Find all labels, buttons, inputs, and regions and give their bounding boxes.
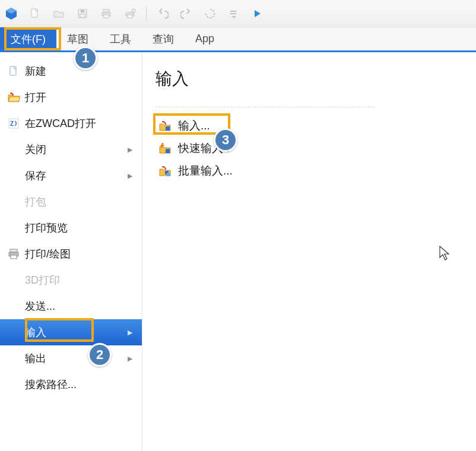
badge-number: 1 [82,50,89,66]
sidebar-item-label: 3D打印 [25,273,60,287]
menu-sketch-label: 草图 [67,32,88,46]
chevron-right-icon: ▶ [128,355,132,363]
menu-app[interactable]: App [185,27,225,50]
sidebar-item-label: 搜索路径... [25,377,77,392]
new-file-icon [7,65,20,78]
svg-rect-13 [230,13,236,14]
mouse-cursor-icon [439,246,451,261]
submenu-panel: 输入 输入... 快速输入.. 批量输入... 3 [142,52,476,451]
sidebar-item-print-preview[interactable]: 打印预览 [0,215,142,241]
sidebar-item-search-path[interactable]: 搜索路径... [0,371,142,398]
redo-icon[interactable] [179,6,194,21]
sidebar-item-label: 打印预览 [25,221,68,235]
print-icon[interactable] [99,6,114,21]
print-setup-icon[interactable] [122,6,138,21]
annotation-badge: 3 [214,128,237,152]
save-icon[interactable] [75,6,90,21]
sidebar-item-label: 打印/绘图 [25,247,71,261]
svg-rect-22 [11,255,17,259]
sidebar-item-label: 发送... [25,299,55,313]
sidebar-item-label: 在ZWCAD打开 [25,116,96,131]
sidebar-item-label: 输入 [25,325,46,339]
cmd-import[interactable]: 输入... [156,115,463,137]
new-icon[interactable] [27,6,43,21]
sidebar-item-pack: 打包 [0,189,142,215]
svg-rect-5 [81,10,84,12]
sidebar-item-3d-print: 3D打印 [0,267,142,293]
menu-file-label: 文件(F) [11,32,46,46]
sidebar-item-close[interactable]: 关闭 ▶ [0,136,142,163]
sidebar-item-send[interactable]: 发送... [0,293,142,319]
menu-query-label: 查询 [153,32,174,46]
sidebar-item-label: 新建 [25,64,46,78]
quick-import-icon [158,141,172,155]
svg-rect-24 [166,126,170,131]
svg-marker-14 [231,16,236,18]
panel-separator [156,107,375,107]
annotation-badge: 1 [74,46,97,70]
zwcad-icon: Z [7,117,20,130]
sidebar-item-import[interactable]: 输入 ▶ [0,319,142,345]
sidebar-item-label: 保存 [25,169,46,183]
svg-rect-16 [10,66,16,75]
undo-icon[interactable] [155,6,170,21]
toolbar-separator [146,7,147,21]
badge-number: 2 [96,347,103,363]
open-folder-icon [7,91,20,104]
menu-tools-label: 工具 [110,32,131,46]
menu-tools[interactable]: 工具 [99,27,142,50]
app-logo-icon[interactable] [4,6,19,21]
menu-sketch[interactable]: 草图 [56,27,99,50]
chevron-right-icon: ▶ [128,146,132,154]
open-icon[interactable] [51,6,66,21]
annotation-badge: 2 [88,343,112,367]
sidebar-item-print-plot[interactable]: 打印/绘图 [0,241,142,267]
menu-bar: 文件(F) 草图 工具 查询 App [0,27,476,52]
chevron-right-icon: ▶ [128,172,132,180]
svg-text:Z: Z [10,120,14,127]
sidebar-item-save[interactable]: 保存 ▶ [0,163,142,189]
batch-import-icon [158,164,172,178]
sidebar-item-label: 关闭 [25,142,46,157]
panel-title: 输入 [156,68,463,90]
refresh-icon[interactable] [202,6,218,21]
sidebar-item-new[interactable]: 新建 [0,58,142,84]
chevron-right-icon: ▶ [128,329,132,336]
svg-rect-29 [167,173,170,176]
menu-app-label: App [195,33,214,45]
cmd-label: 批量输入... [178,163,233,179]
cmd-label: 输入... [178,118,210,134]
svg-rect-6 [103,9,109,12]
sidebar-item-label: 打包 [25,195,46,209]
sidebar-item-open[interactable]: 打开 [0,84,142,110]
file-menu-panel: 新建 打开 Z 在ZWCAD打开 关闭 ▶ 保存 ▶ 打包 打印预览 [0,52,142,451]
cmd-quick-import[interactable]: 快速输入.. [156,137,463,160]
svg-rect-4 [80,14,85,17]
svg-rect-12 [230,11,236,12]
sidebar-item-label: 打开 [25,90,46,104]
printer-icon [7,247,20,261]
settings-dropdown-icon[interactable] [226,6,242,21]
menu-query[interactable]: 查询 [142,27,185,50]
svg-rect-26 [166,149,170,153]
svg-rect-8 [104,15,109,18]
menu-file[interactable]: 文件(F) [0,27,56,50]
play-icon[interactable] [250,6,265,21]
quick-access-toolbar [0,0,476,27]
svg-rect-20 [10,249,17,252]
cmd-batch-import[interactable]: 批量输入... [156,160,463,182]
import-icon [158,119,172,133]
svg-rect-2 [31,9,37,17]
sidebar-item-open-zwcad[interactable]: Z 在ZWCAD打开 [0,110,142,136]
sidebar-item-export[interactable]: 输出 ▶ [0,345,142,371]
main-area: 新建 打开 Z 在ZWCAD打开 关闭 ▶ 保存 ▶ 打包 打印预览 [0,52,476,451]
badge-number: 3 [222,132,229,148]
svg-point-11 [132,9,135,12]
sidebar-item-label: 输出 [25,351,46,366]
svg-marker-30 [440,246,449,260]
svg-rect-10 [128,15,132,18]
svg-marker-15 [255,10,261,17]
